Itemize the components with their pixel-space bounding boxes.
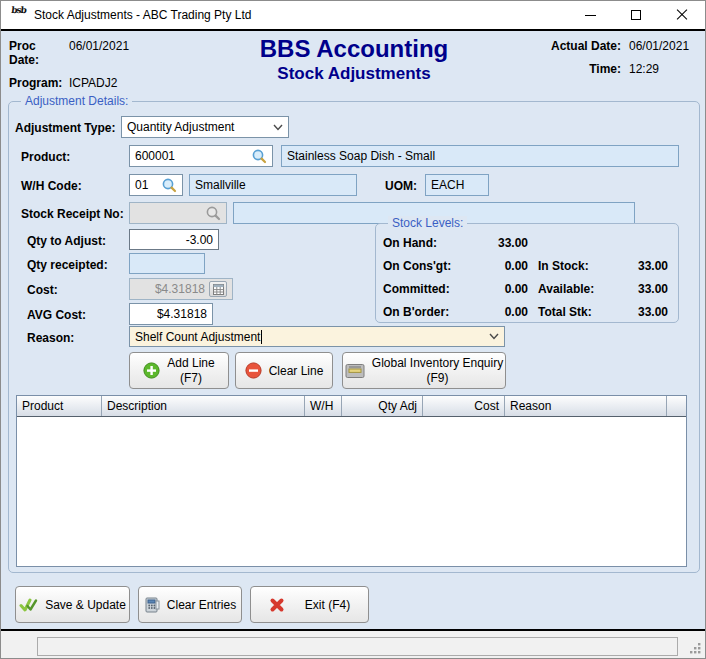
reason-label: Reason: <box>27 331 74 345</box>
qty-to-adjust-label: Qty to Adjust: <box>27 234 106 248</box>
actual-date-label: Actual Date: <box>551 39 621 53</box>
committed-value: 0.00 <box>441 282 528 296</box>
avg-cost-label: AVG Cost: <box>27 308 86 322</box>
grid-column-cost[interactable]: Cost <box>423 396 505 416</box>
close-button[interactable] <box>659 1 705 29</box>
chevron-down-icon <box>273 124 283 131</box>
save-update-button[interactable]: Save & Update <box>15 586 130 623</box>
time-value: 12:29 <box>629 62 695 76</box>
wh-code-value: 01 <box>135 178 148 192</box>
maximize-button[interactable] <box>613 1 659 29</box>
minimize-icon <box>585 15 596 16</box>
status-bar <box>1 629 705 658</box>
add-line-label: Add Line(F7) <box>167 356 214 386</box>
proc-date-label: Proc Date: <box>9 39 69 67</box>
adjustment-type-label: Adjustment Type: <box>15 121 115 135</box>
status-message-panel <box>37 637 678 656</box>
program-label: Program: <box>9 76 69 90</box>
save-update-label: Save & Update <box>45 598 126 612</box>
product-label: Product: <box>21 150 70 164</box>
reason-value: Shelf Count Adjustment <box>135 330 260 344</box>
cost-value: $4.31818 <box>155 282 205 296</box>
grid-column-filler <box>667 396 686 416</box>
committed-label: Committed: <box>383 282 450 296</box>
resize-grip[interactable] <box>689 642 702 655</box>
grid-column-qty-adj[interactable]: Qty Adj <box>342 396 423 416</box>
wh-code-input[interactable]: 01 <box>129 174 183 196</box>
grid-column-wh[interactable]: W/H <box>305 396 342 416</box>
calculator-icon <box>213 284 224 295</box>
chevron-down-icon <box>489 333 499 340</box>
grid-column-description[interactable]: Description <box>102 396 305 416</box>
add-line-button[interactable]: Add Line(F7) <box>129 352 229 389</box>
qty-to-adjust-value: -3.00 <box>186 233 213 247</box>
header-left: Proc Date: 06/01/2021 Program: ICPADJ2 <box>9 39 129 99</box>
product-code-input[interactable]: 600001 <box>129 145 273 167</box>
adjustment-lines-grid: Product Description W/H Qty Adj Cost Rea… <box>16 395 687 567</box>
maximize-icon <box>631 10 641 20</box>
search-icon[interactable] <box>161 177 177 193</box>
product-code-value: 600001 <box>135 149 175 163</box>
plus-icon <box>143 362 160 379</box>
app-window: bsb Stock Adjustments - ABC Trading Pty … <box>0 0 706 659</box>
cost-input: $4.31818 <box>129 278 233 300</box>
in-stock-value: 33.00 <box>601 259 668 273</box>
uom-value: EACH <box>431 178 464 192</box>
header-right: Actual Date: 06/01/2021 Time: 12:29 <box>551 39 695 85</box>
time-label: Time: <box>589 62 621 76</box>
available-value: 33.00 <box>601 282 668 296</box>
adjustment-type-select[interactable]: Quantity Adjustment <box>121 116 289 138</box>
reason-combobox[interactable]: Shelf Count Adjustment <box>129 326 505 347</box>
window-title: Stock Adjustments - ABC Trading Pty Ltd <box>34 8 251 22</box>
grid-column-reason[interactable]: Reason <box>505 396 667 416</box>
cost-calculator-button <box>209 281 227 297</box>
available-label: Available: <box>538 282 594 296</box>
global-inventory-enquiry-label: Global Inventory Enquiry(F9) <box>372 356 503 386</box>
uom-field: EACH <box>425 174 489 196</box>
qty-receipted-input <box>129 253 205 274</box>
qty-receipted-label: Qty receipted: <box>27 258 108 272</box>
calculator-machine-icon <box>144 596 160 613</box>
grid-column-product[interactable]: Product <box>17 396 102 416</box>
wh-name-field: Smallville <box>189 174 357 196</box>
clear-line-label: Clear Line <box>269 364 324 378</box>
app-title: BBS Accounting <box>179 35 529 63</box>
clear-entries-button[interactable]: Clear Entries <box>138 586 242 623</box>
adjustment-details-group-label: Adjustment Details: <box>21 94 132 108</box>
text-cursor <box>261 330 262 344</box>
avg-cost-input[interactable]: $4.31818 <box>129 303 213 325</box>
minimize-button[interactable] <box>567 1 613 29</box>
app-logo-icon[interactable]: bsb <box>8 6 28 24</box>
program-value: ICPADJ2 <box>69 76 117 90</box>
wh-name-value: Smallville <box>195 178 246 192</box>
total-stk-value: 33.00 <box>601 305 668 319</box>
on-border-value: 0.00 <box>441 305 528 319</box>
product-description-field: Stainless Soap Dish - Small <box>281 145 679 167</box>
screen-title: Stock Adjustments <box>179 64 529 84</box>
clear-line-button[interactable]: Clear Line <box>235 352 333 389</box>
product-description-value: Stainless Soap Dish - Small <box>287 149 435 163</box>
header-center: BBS Accounting Stock Adjustments <box>179 35 529 84</box>
red-x-icon <box>269 597 285 613</box>
exit-button[interactable]: Exit (F4) <box>250 586 369 623</box>
exit-label: Exit (F4) <box>305 598 350 612</box>
uom-label: UOM: <box>385 179 417 193</box>
title-bar[interactable]: bsb Stock Adjustments - ABC Trading Pty … <box>1 1 705 31</box>
wh-code-label: W/H Code: <box>21 179 82 193</box>
double-check-icon <box>19 597 38 613</box>
minus-icon <box>245 362 262 379</box>
adjustment-type-value: Quantity Adjustment <box>127 120 234 134</box>
grid-body[interactable] <box>17 417 686 566</box>
search-icon[interactable] <box>251 148 267 164</box>
cost-label: Cost: <box>27 283 58 297</box>
qty-to-adjust-input[interactable]: -3.00 <box>129 229 219 250</box>
inventory-register-icon <box>345 363 365 379</box>
on-consgt-value: 0.00 <box>441 259 528 273</box>
clear-entries-label: Clear Entries <box>167 598 236 612</box>
global-inventory-enquiry-button[interactable]: Global Inventory Enquiry(F9) <box>342 352 506 389</box>
search-icon-disabled <box>205 205 221 221</box>
stock-receipt-label: Stock Receipt No: <box>21 207 124 221</box>
proc-date-value: 06/01/2021 <box>69 39 129 67</box>
stock-levels-group-label: Stock Levels: <box>388 216 467 230</box>
avg-cost-value: $4.31818 <box>157 307 207 321</box>
